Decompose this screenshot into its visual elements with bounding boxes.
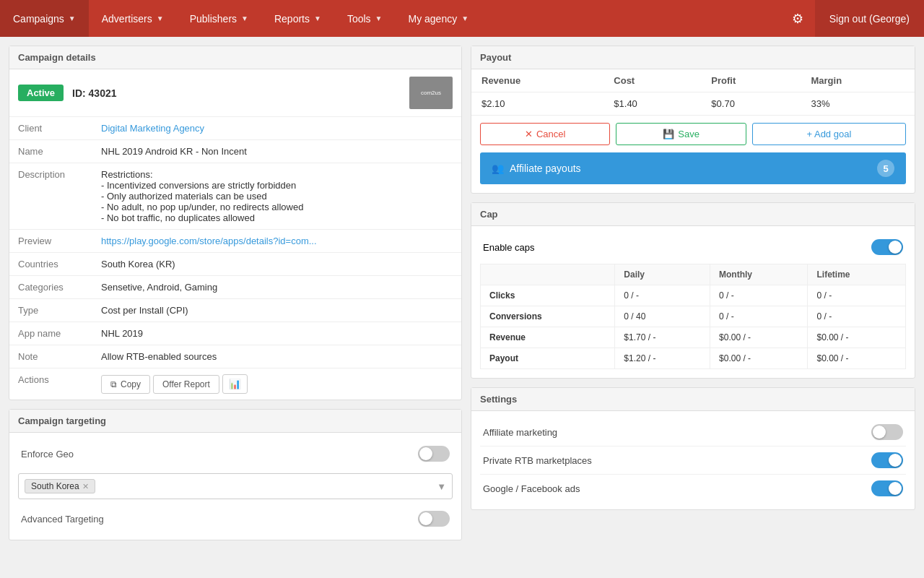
field-value: https://play.google.com/store/apps/detai… bbox=[92, 230, 461, 253]
save-button[interactable]: 💾 Save bbox=[616, 123, 746, 145]
reports-caret-icon: ▼ bbox=[314, 14, 321, 22]
payout-col-header: Cost bbox=[603, 69, 701, 92]
campaigns-caret-icon: ▼ bbox=[69, 14, 76, 22]
offer-report-button[interactable]: Offer Report bbox=[153, 375, 219, 394]
geo-tags-row[interactable]: South Korea ✕ ▼ bbox=[18, 473, 453, 499]
campaign-targeting-header: Campaign targeting bbox=[9, 410, 461, 433]
affiliate-payouts-label: Affiliate payouts bbox=[510, 163, 581, 174]
affiliate-payouts-badge: 5 bbox=[877, 160, 894, 177]
nav-reports-label: Reports bbox=[274, 13, 310, 25]
settings-body: Affiliate marketingPrivate RTB marketpla… bbox=[471, 411, 915, 509]
chart-button[interactable]: 📊 bbox=[222, 374, 248, 394]
payout-col-header: Revenue bbox=[471, 69, 603, 92]
payout-table: RevenueCostProfitMargin $2.10$1.40$0.703… bbox=[471, 69, 915, 115]
settings-row-toggle[interactable] bbox=[871, 480, 903, 496]
payout-header: Payout bbox=[471, 46, 915, 69]
cap-row-label: Clicks bbox=[481, 285, 615, 306]
cap-table-row: Revenue$1.70 / -$0.00 / -$0.00 / - bbox=[481, 327, 906, 348]
field-link[interactable]: Digital Marketing Agency bbox=[101, 123, 204, 134]
cap-row-value: 0 / - bbox=[615, 285, 710, 306]
cap-row-label: Payout bbox=[481, 348, 615, 369]
add-goal-button[interactable]: + Add goal bbox=[752, 123, 906, 145]
cap-panel: Cap Enable caps Daily Monthly Lifetime bbox=[471, 202, 915, 379]
cancel-button[interactable]: ✕ Cancel bbox=[480, 123, 610, 145]
cap-row-value: $0.00 / - bbox=[710, 327, 808, 348]
bar-chart-icon: 📊 bbox=[229, 379, 241, 389]
copy-button[interactable]: ⧉ Copy bbox=[101, 375, 150, 394]
campaign-id: ID: 43021 bbox=[72, 87, 116, 99]
settings-row: Google / Facebook ads bbox=[480, 475, 906, 502]
geo-tag-south-korea[interactable]: South Korea ✕ bbox=[25, 479, 95, 493]
field-key: Name bbox=[9, 140, 92, 163]
field-key: Preview bbox=[9, 230, 92, 253]
campaign-detail-table: ClientDigital Marketing AgencyNameNHL 20… bbox=[9, 116, 461, 400]
main-content: Campaign details Active ID: 43021 com2us… bbox=[0, 37, 924, 549]
payout-body: RevenueCostProfitMargin $2.10$1.40$0.703… bbox=[471, 69, 915, 184]
settings-row-label: Google / Facebook ads bbox=[483, 483, 580, 494]
cap-table-row: Payout$1.20 / -$0.00 / -$0.00 / - bbox=[481, 348, 906, 369]
field-value: Allow RTB-enabled sources bbox=[92, 345, 461, 368]
cap-table-row: Conversions0 / 400 / -0 / - bbox=[481, 306, 906, 327]
settings-title: Settings bbox=[480, 394, 517, 405]
cap-header: Cap bbox=[471, 203, 915, 226]
field-key: Countries bbox=[9, 253, 92, 276]
cap-row-value: $0.00 / - bbox=[808, 348, 906, 369]
nav-publishers-label: Publishers bbox=[190, 13, 237, 25]
campaign-thumbnail: com2us bbox=[409, 77, 453, 109]
settings-gear-button[interactable]: ⚙ bbox=[780, 0, 815, 37]
nav-advertisers-label: Advertisers bbox=[102, 13, 152, 25]
cap-table-row: Clicks0 / -0 / -0 / - bbox=[481, 285, 906, 306]
enforce-geo-row: Enforce Geo bbox=[18, 441, 453, 466]
payout-title: Payout bbox=[480, 52, 511, 63]
campaign-targeting-body: Enforce Geo South Korea ✕ ▼ Advanced Tar… bbox=[9, 433, 461, 540]
cap-row-label: Revenue bbox=[481, 327, 615, 348]
nav-myagency[interactable]: My agency ▼ bbox=[395, 0, 481, 37]
nav-publishers[interactable]: Publishers ▼ bbox=[177, 0, 261, 37]
advanced-targeting-toggle[interactable] bbox=[418, 511, 450, 527]
field-value: NHL 2019 Android KR - Non Incent bbox=[92, 140, 461, 163]
campaign-details-title: Campaign details bbox=[18, 52, 96, 63]
field-key: Categories bbox=[9, 276, 92, 299]
payout-value: $2.10 bbox=[471, 92, 603, 116]
payout-value: $0.70 bbox=[701, 92, 801, 116]
cap-monthly-header: Monthly bbox=[710, 264, 808, 285]
publishers-caret-icon: ▼ bbox=[241, 14, 248, 22]
save-disk-icon: 💾 bbox=[663, 129, 674, 139]
payout-actions: ✕ Cancel 💾 Save + Add goal bbox=[471, 115, 915, 152]
field-value: Sensetive, Android, Gaming bbox=[92, 276, 461, 299]
active-status-badge: Active bbox=[18, 85, 64, 101]
cap-row-label: Conversions bbox=[481, 306, 615, 327]
cap-body: Enable caps Daily Monthly Lifetime Click… bbox=[471, 226, 915, 378]
settings-row-toggle[interactable] bbox=[871, 452, 903, 468]
geo-dropdown-icon[interactable]: ▼ bbox=[437, 481, 446, 492]
field-key: Description bbox=[9, 163, 92, 230]
cap-row-value: 0 / - bbox=[808, 306, 906, 327]
settings-row-label: Private RTB marketplaces bbox=[483, 455, 592, 466]
campaign-targeting-title: Campaign targeting bbox=[18, 415, 106, 426]
payout-value: $1.40 bbox=[603, 92, 701, 116]
campaign-details-header: Campaign details bbox=[9, 46, 461, 69]
enable-caps-label: Enable caps bbox=[483, 242, 535, 253]
nav-tools[interactable]: Tools ▼ bbox=[334, 0, 396, 37]
right-column: Payout RevenueCostProfitMargin $2.10$1.4… bbox=[471, 46, 915, 540]
signout-label: Sign out (George) bbox=[829, 13, 910, 25]
campaign-header-row: Active ID: 43021 com2us bbox=[9, 69, 461, 116]
field-link[interactable]: https://play.google.com/store/apps/detai… bbox=[101, 236, 317, 246]
nav-reports[interactable]: Reports ▼ bbox=[261, 0, 334, 37]
signout-button[interactable]: Sign out (George) bbox=[815, 0, 924, 37]
field-value: Restrictions: - Incentivized conversions… bbox=[92, 163, 461, 230]
tools-caret-icon: ▼ bbox=[375, 14, 383, 22]
copy-icon: ⧉ bbox=[110, 379, 117, 389]
field-key: App name bbox=[9, 322, 92, 345]
enforce-geo-toggle[interactable] bbox=[418, 446, 450, 462]
settings-row-toggle[interactable] bbox=[871, 424, 903, 440]
myagency-caret-icon: ▼ bbox=[461, 14, 468, 22]
people-icon: 👥 bbox=[492, 163, 504, 174]
nav-advertisers[interactable]: Advertisers ▼ bbox=[89, 0, 177, 37]
geo-tag-remove-icon[interactable]: ✕ bbox=[82, 482, 89, 491]
affiliate-payouts-button[interactable]: 👥 Affiliate payouts 5 bbox=[480, 152, 906, 184]
enable-caps-toggle[interactable] bbox=[871, 239, 903, 255]
nav-campaigns[interactable]: Campaigns ▼ bbox=[0, 0, 89, 37]
cancel-x-icon: ✕ bbox=[525, 129, 533, 139]
campaign-targeting-panel: Campaign targeting Enforce Geo South Kor… bbox=[9, 409, 462, 540]
